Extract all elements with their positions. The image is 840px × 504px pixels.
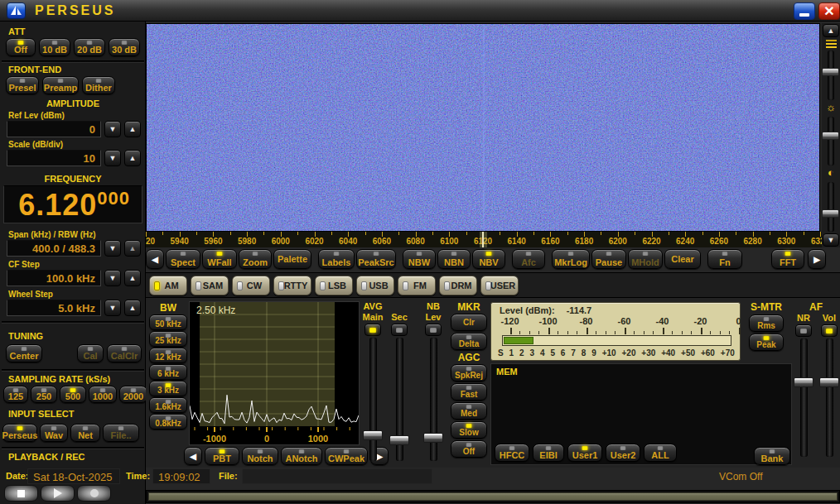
brightness-slider[interactable]: [828, 117, 834, 166]
eibi-button[interactable]: EIBI: [533, 444, 564, 462]
span-down-button[interactable]: ▼: [104, 240, 121, 257]
wfall-button[interactable]: WFall: [202, 249, 237, 269]
reflev-field[interactable]: 0: [7, 121, 101, 137]
span-field[interactable]: 400.0 / 488.3: [7, 240, 101, 257]
wheelstep-field[interactable]: 5.0 kHz: [7, 300, 101, 316]
scale-up-button[interactable]: ▲: [124, 150, 141, 166]
af-vol-enable-button[interactable]: [821, 324, 838, 337]
user1-button[interactable]: User1: [567, 444, 602, 462]
nb-lev-slider[interactable]: [430, 338, 437, 461]
peak-button[interactable]: Peak: [749, 334, 784, 351]
0-8khz-button[interactable]: 0.8kHz: [149, 414, 187, 430]
dither-button[interactable]: Dither: [82, 76, 115, 94]
1000-button[interactable]: 1000: [89, 386, 117, 403]
frequency-scale[interactable]: 5920594059605980600060206040606060806100…: [146, 232, 822, 247]
play-button[interactable]: [41, 485, 75, 502]
sam-mode-button[interactable]: SAM: [191, 276, 229, 295]
usb-mode-button[interactable]: USB: [356, 276, 394, 295]
af-vol-slider-handle[interactable]: [819, 377, 839, 387]
nb-lev-slider-handle[interactable]: [423, 433, 443, 443]
recording-progress-bar[interactable]: [146, 490, 840, 503]
scroll-up-button[interactable]: ▲: [823, 24, 839, 37]
12-khz-button[interactable]: 12 kHz: [149, 348, 187, 363]
avg-main-enable-button[interactable]: [364, 324, 381, 336]
slow-button[interactable]: Slow: [451, 421, 487, 439]
center-button[interactable]: Center: [6, 344, 42, 362]
off-button[interactable]: Off: [451, 440, 487, 458]
span-up-button[interactable]: ▲: [124, 240, 141, 257]
delta-button[interactable]: Delta: [451, 333, 487, 350]
speed-slider-handle[interactable]: [822, 68, 839, 76]
preamp-button[interactable]: Preamp: [42, 76, 79, 94]
med-button[interactable]: Med: [451, 402, 487, 420]
clr-button[interactable]: Clr: [451, 314, 487, 331]
peaksrc-button[interactable]: PeakSrc: [356, 249, 396, 269]
scroll-down-button[interactable]: ▼: [823, 233, 839, 247]
avg-sec-enable-button[interactable]: [391, 324, 408, 336]
scale-field[interactable]: 10: [7, 150, 101, 166]
close-button[interactable]: ✕: [818, 2, 840, 20]
3-khz-button[interactable]: 3 kHz: [149, 381, 187, 396]
zoom-button[interactable]: Zoom: [239, 249, 272, 269]
fm-mode-button[interactable]: FM: [398, 276, 436, 295]
cfstep-down-button[interactable]: ▼: [104, 270, 121, 286]
nbv-button[interactable]: NBV: [472, 249, 505, 269]
nbw-button[interactable]: NBW: [403, 249, 436, 269]
lsb-mode-button[interactable]: LSB: [315, 276, 353, 295]
wav-button[interactable]: Wav: [40, 424, 68, 442]
frequency-display[interactable]: 6.120000: [3, 185, 142, 223]
10-db-button[interactable]: 10 dB: [39, 38, 70, 56]
2000-button[interactable]: 2000: [119, 386, 147, 403]
af-nr-slider-handle[interactable]: [794, 377, 813, 387]
pause-button[interactable]: Pause: [591, 249, 626, 269]
scroll-right-button[interactable]: ▶: [808, 249, 826, 269]
brightness-slider-handle[interactable]: [822, 132, 839, 140]
rms-button[interactable]: Rms: [749, 314, 784, 332]
reflev-up-button[interactable]: ▲: [124, 121, 141, 137]
500-button[interactable]: 500: [60, 386, 86, 403]
af-vol-slider[interactable]: [826, 338, 833, 457]
off-button[interactable]: Off: [6, 38, 36, 56]
wheelstep-up-button[interactable]: ▲: [124, 300, 141, 316]
1-6khz-button[interactable]: 1.6kHz: [149, 397, 187, 413]
waterfall-display[interactable]: [146, 23, 820, 232]
avg-sec-slider-handle[interactable]: [389, 435, 409, 445]
50-khz-button[interactable]: 50 kHz: [149, 314, 187, 330]
avg-sec-slider[interactable]: [396, 338, 403, 461]
drm-mode-button[interactable]: DRM: [439, 276, 477, 295]
30-db-button[interactable]: 30 dB: [109, 38, 140, 56]
25-khz-button[interactable]: 25 kHz: [149, 331, 187, 347]
125-button[interactable]: 125: [3, 386, 28, 403]
clear-button[interactable]: Clear: [664, 249, 701, 269]
cw-mode-button[interactable]: CW: [232, 276, 270, 295]
app-icon[interactable]: [7, 2, 26, 19]
reflev-down-button[interactable]: ▼: [104, 121, 121, 137]
nbn-button[interactable]: NBN: [437, 249, 471, 269]
spect-button[interactable]: Spect: [166, 249, 200, 269]
passband-spectrum[interactable]: -1000010002.50 kHz: [189, 301, 360, 445]
250-button[interactable]: 250: [31, 386, 57, 403]
pbt-button[interactable]: PBT: [205, 447, 239, 465]
notch-button[interactable]: Notch: [242, 447, 278, 465]
scroll-left-button[interactable]: ◀: [146, 249, 164, 269]
cfstep-field[interactable]: 100.0 kHz: [7, 270, 101, 286]
6-khz-button[interactable]: 6 kHz: [149, 364, 187, 380]
presel-button[interactable]: Presel: [6, 76, 39, 94]
20-db-button[interactable]: 20 dB: [74, 38, 105, 56]
hfcc-button[interactable]: HFCC: [495, 444, 529, 462]
scale-down-button[interactable]: ▼: [104, 150, 121, 166]
wheelstep-down-button[interactable]: ▼: [104, 300, 121, 316]
cfstep-up-button[interactable]: ▲: [124, 270, 141, 286]
mkrlog-button[interactable]: MkrLog: [552, 249, 590, 269]
net-button[interactable]: Net: [70, 424, 100, 442]
speed-slider[interactable]: [828, 50, 834, 100]
avg-main-slider-handle[interactable]: [363, 430, 383, 440]
fft-button[interactable]: FFT: [771, 249, 804, 269]
perseus-button[interactable]: Perseus: [2, 424, 37, 442]
stop-button[interactable]: [4, 485, 38, 502]
pbt-scroll-left-button[interactable]: ◀: [184, 447, 202, 465]
nb-enable-button[interactable]: [425, 324, 442, 336]
minimize-button[interactable]: [794, 2, 815, 20]
user2-button[interactable]: User2: [606, 444, 640, 462]
bank-button[interactable]: Bank: [754, 447, 790, 465]
